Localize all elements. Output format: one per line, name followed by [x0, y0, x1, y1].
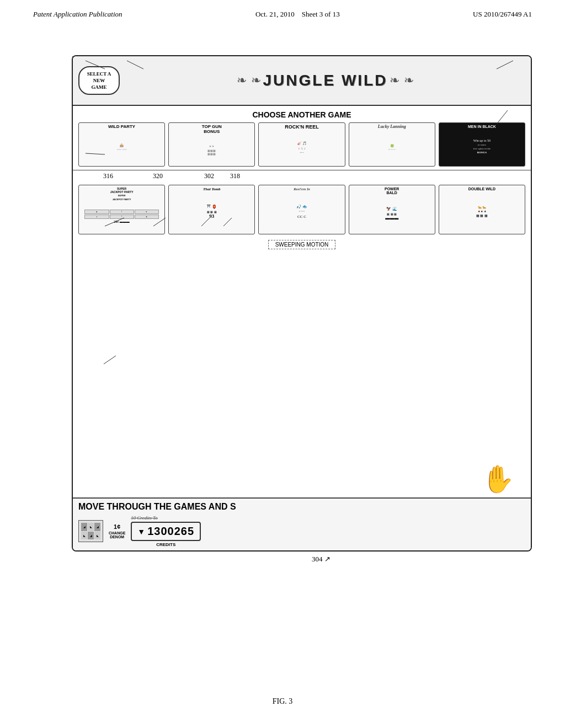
leaf-left: ❧	[237, 73, 247, 88]
leaf-right: ❧	[390, 73, 399, 88]
credits-arrow-icon: ▼	[137, 527, 145, 536]
wild-party-graphic: 🎰 ~~~ ~~~	[81, 131, 163, 164]
credits-display: ▼ 1300265	[131, 522, 201, 541]
credits-number: 1300265	[147, 525, 194, 538]
game-card-thai-tomb[interactable]: Thai Tomb ⛩ 🏮 ▦ ▦ ▦ 93	[168, 185, 255, 234]
game-card-rock-n-reel[interactable]: ROCK'N REEL 🎸 🎵 ♪ ♫ ♪ ▪ ▪ ▪	[258, 122, 345, 167]
game-card-jackpot-party[interactable]: SUPERJACKPOT PARTYSUPERJACKPOT PARTY ■ 7…	[78, 185, 165, 234]
patent-header: Patent Application Publication Oct. 21, …	[0, 0, 565, 24]
credits-section: 10 Credits To ▼ 1300265 CREDITS	[131, 515, 201, 547]
power-bald-title: POWERBALD	[385, 187, 399, 195]
select-new-game-button[interactable]: SELECT A NEW GAME	[78, 66, 120, 95]
fig-label: FIG. 3	[273, 697, 293, 706]
label-304: 304 ↗	[312, 555, 331, 564]
choose-game-title: CHOOSE ANOTHER GAME	[78, 110, 525, 119]
game-card-men-in-black[interactable]: MEN IN BLACK Win up to 50 or more free s…	[439, 122, 525, 167]
change-denom-button[interactable]: 1¢ CHANGE DENOM	[109, 523, 125, 539]
top-banner: SELECT A NEW GAME ❧ ❧ JUNGLE WILD ❧ ❧	[73, 56, 531, 106]
credits-label: CREDITS	[131, 542, 201, 547]
bottom-controls: ◢ ◣ ◢ ◣ ◢ ◣ 1¢ CHANGE DENOM	[78, 515, 525, 547]
sweeping-motion-area: SWEEPING MOTION	[78, 239, 525, 249]
lucky-lanning-title: Lucky Lanning	[378, 125, 406, 130]
men-in-black-title: MEN IN BLACK	[468, 125, 496, 129]
sweeping-motion-label: SWEEPING MOTION	[268, 240, 336, 249]
second-game-section: SUPERJACKPOT PARTYSUPERJACKPOT PARTY ■ 7…	[73, 183, 531, 498]
game-card-reel-em-in[interactable]: Reel'em In 🎣 🐟 ~ ~ ~ CC C	[258, 185, 345, 234]
leaf-left2: ❧	[251, 73, 261, 88]
first-game-row: WILD PARTY 🎰 ~~~ ~~~ TOP GUNBONUS	[78, 122, 525, 167]
hand-swipe-icon: 🤚	[481, 464, 514, 495]
top-gun-graphic: ✈ ✈ ▦▦▦ ▦▦▦	[170, 136, 253, 164]
leaf-right2: ❧	[404, 73, 414, 88]
change-denom-label: CHANGE DENOM	[109, 531, 125, 539]
jackpot-graphic: ■ 7 ★ ♦ 7 ■ 20¢ ▬▬▬	[81, 201, 163, 232]
choose-game-section: CHOOSE ANOTHER GAME WILD PARTY 🎰 ~~~ ~~~	[73, 106, 531, 170]
header-left: Patent Application Publication	[33, 10, 122, 19]
reel-em-in-graphic: 🎣 🐟 ~ ~ ~ CC C	[260, 191, 343, 232]
jackpot-title: SUPERJACKPOT PARTYSUPERJACKPOT PARTY	[110, 187, 134, 201]
thai-tomb-title: Thai Tomb	[203, 187, 220, 191]
rock-n-reel-title: ROCK'N REEL	[285, 125, 319, 130]
bottom-bar: MOVE THROUGH THE GAMES AND S ◢ ◣ ◢ ◣ ◢ ◣	[73, 498, 531, 550]
double-wild-title: DOUBLE WILD	[468, 187, 495, 191]
figure-container: 308 300 ◄ 310 306 312 314 304 ↗ } SELECT…	[55, 39, 548, 662]
move-through-text: MOVE THROUGH THE GAMES AND S	[78, 502, 525, 512]
quilt-icon: ◢ ◣ ◢ ◣ ◢ ◣	[78, 520, 103, 542]
header-right: US 2010/267449 A1	[473, 10, 532, 19]
wild-party-title: WILD PARTY	[108, 125, 135, 130]
header-center: Oct. 21, 2010 Sheet 3 of 13	[255, 10, 340, 19]
rock-n-reel-graphic: 🎸 🎵 ♪ ♫ ♪ ▪ ▪ ▪	[260, 131, 343, 164]
game-card-lucky-lanning[interactable]: Lucky Lanning 🍀 ~ ~ ~	[349, 122, 435, 167]
device-inner: SELECT A NEW GAME ❧ ❧ JUNGLE WILD ❧ ❧ CH…	[73, 56, 531, 550]
labels-second-row: 316 320 302 318	[73, 170, 531, 183]
label-302: 302	[204, 172, 214, 180]
banner-text-area: ❧ ❧ JUNGLE WILD ❧ ❧	[125, 61, 525, 100]
label-318: 318	[230, 172, 240, 180]
second-game-row: SUPERJACKPOT PARTYSUPERJACKPOT PARTY ■ 7…	[78, 185, 525, 234]
label-320: 320	[153, 172, 163, 180]
game-card-double-wild[interactable]: DOUBLE WILD 🐆 🐆 ★ ★ ★ ▦ ▦ ▦	[439, 185, 525, 234]
top-gun-title: TOP GUNBONUS	[202, 125, 222, 135]
game-card-top-gun[interactable]: TOP GUNBONUS ✈ ✈ ▦▦▦ ▦▦▦	[168, 122, 255, 167]
credits-above-text: 10 Credits To	[131, 515, 157, 521]
device-frame: SELECT A NEW GAME ❧ ❧ JUNGLE WILD ❧ ❧ CH…	[72, 55, 532, 552]
men-in-black-graphic: Win up to 50 or more free spins in the B…	[441, 129, 523, 164]
thai-tomb-graphic: ⛩ 🏮 ▦ ▦ ▦ 93	[170, 191, 253, 232]
label-316: 316	[103, 172, 113, 180]
double-wild-graphic: 🐆 🐆 ★ ★ ★ ▦ ▦ ▦	[441, 191, 523, 232]
game-card-wild-party[interactable]: WILD PARTY 🎰 ~~~ ~~~	[78, 122, 165, 167]
reel-em-in-title: Reel'em In	[294, 187, 310, 191]
game-card-power-bald[interactable]: POWERBALD 🦅 🌊 ▦ ▦ ▦ ▬▬▬	[349, 185, 435, 234]
lucky-lanning-graphic: 🍀 ~ ~ ~	[351, 131, 433, 164]
jungle-title: JUNGLE WILD	[263, 72, 388, 89]
power-bald-graphic: 🦅 🌊 ▦ ▦ ▦ ▬▬▬	[351, 195, 433, 232]
tc-label: 1¢	[114, 523, 120, 530]
